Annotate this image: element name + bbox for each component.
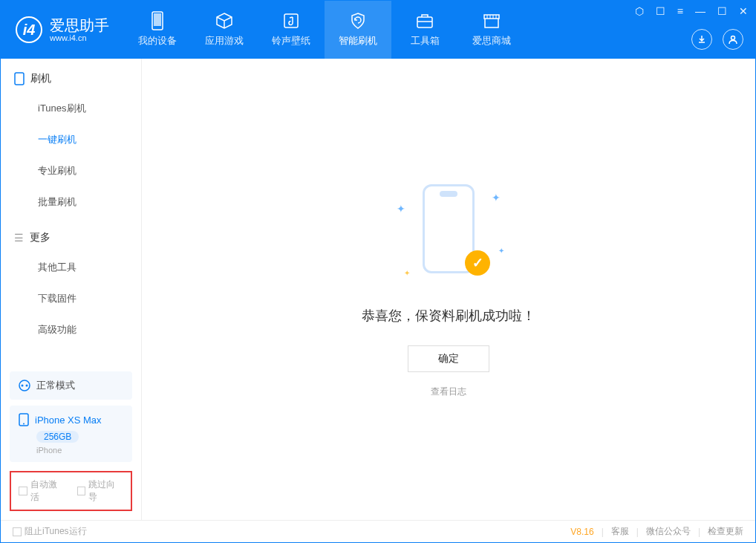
svg-rect-5 bbox=[15, 73, 24, 85]
more-lines-icon: ☰ bbox=[14, 232, 24, 244]
checkbox-auto-activate[interactable]: 自动激活 bbox=[19, 478, 65, 504]
menu-icon[interactable]: ≡ bbox=[676, 4, 685, 19]
device-phone-icon bbox=[19, 413, 29, 426]
link-check-update[interactable]: 检查更新 bbox=[708, 525, 743, 538]
logo-icon: i4 bbox=[16, 16, 42, 43]
download-button[interactable] bbox=[691, 29, 712, 50]
tab-label: 我的设备 bbox=[138, 34, 177, 48]
music-note-icon bbox=[282, 12, 300, 30]
main-area: 刷机 iTunes刷机 一键刷机 专业刷机 批量刷机 ☰ 更多 其他工具 下载固… bbox=[1, 59, 755, 520]
checkbox-label: 阻止iTunes运行 bbox=[25, 525, 87, 538]
version-label: V8.16 bbox=[570, 527, 593, 537]
sparkle-icon: ✦ bbox=[492, 192, 501, 204]
top-tabs: 我的设备 应用游戏 铃声壁纸 智能刷机 工具箱 爱思商城 bbox=[124, 1, 525, 59]
phone-outline-icon bbox=[14, 72, 25, 85]
user-button[interactable] bbox=[723, 29, 743, 50]
maximize-button[interactable]: ☐ bbox=[716, 4, 729, 19]
link-support[interactable]: 客服 bbox=[611, 525, 629, 538]
user-icon bbox=[728, 34, 738, 45]
svg-rect-3 bbox=[417, 17, 432, 27]
checkbox-icon bbox=[13, 527, 22, 536]
sidebar-item-batch-flash[interactable]: 批量刷机 bbox=[1, 186, 141, 218]
content-area: ✓ ✦ ✦ ✦ ✦ 恭喜您，保资料刷机成功啦！ 确定 查看日志 bbox=[142, 59, 755, 520]
sidebar-item-advanced[interactable]: 高级功能 bbox=[1, 314, 141, 345]
phone-icon bbox=[149, 12, 166, 30]
tab-label: 应用游戏 bbox=[205, 34, 244, 48]
svg-rect-1 bbox=[154, 13, 161, 26]
svg-point-4 bbox=[731, 36, 735, 40]
minimize-button[interactable]: — bbox=[694, 4, 707, 19]
sidebar-item-download-firmware[interactable]: 下载固件 bbox=[1, 283, 141, 314]
link-wechat[interactable]: 微信公众号 bbox=[646, 525, 691, 538]
checkbox-row-highlighted: 自动激活 跳过向导 bbox=[10, 471, 132, 511]
close-button[interactable]: ✕ bbox=[737, 4, 749, 19]
tab-label: 爱思商城 bbox=[472, 34, 511, 48]
app-title-cn: 爱思助手 bbox=[50, 17, 109, 33]
sidebar: 刷机 iTunes刷机 一键刷机 专业刷机 批量刷机 ☰ 更多 其他工具 下载固… bbox=[1, 59, 142, 520]
divider: | bbox=[602, 527, 604, 537]
sparkle-icon: ✦ bbox=[498, 247, 504, 255]
device-capacity-badge: 256GB bbox=[36, 431, 79, 443]
sync-icon bbox=[19, 380, 30, 391]
checkbox-block-itunes[interactable]: 阻止iTunes运行 bbox=[13, 525, 87, 538]
tab-label: 铃声壁纸 bbox=[272, 34, 310, 48]
svg-rect-2 bbox=[284, 14, 298, 27]
shield-refresh-icon bbox=[349, 12, 367, 30]
svg-point-7 bbox=[22, 385, 24, 387]
section-title-label: 刷机 bbox=[30, 72, 51, 85]
app-title-en: www.i4.cn bbox=[50, 33, 109, 42]
sidebar-item-pro-flash[interactable]: 专业刷机 bbox=[1, 155, 141, 186]
cube-icon bbox=[215, 12, 233, 30]
divider: | bbox=[698, 527, 700, 537]
checkbox-label: 自动激活 bbox=[30, 478, 65, 504]
tab-label: 工具箱 bbox=[411, 34, 440, 48]
sidebar-item-oneclick-flash[interactable]: 一键刷机 bbox=[1, 124, 141, 155]
success-message: 恭喜您，保资料刷机成功啦！ bbox=[362, 307, 535, 325]
view-log-link[interactable]: 查看日志 bbox=[431, 386, 466, 398]
app-title-block: 爱思助手 www.i4.cn bbox=[50, 17, 109, 42]
tab-smart-flash[interactable]: 智能刷机 bbox=[325, 1, 391, 59]
titlebar: i4 爱思助手 www.i4.cn 我的设备 应用游戏 铃声壁纸 智能刷机 工具… bbox=[1, 1, 755, 59]
mode-box[interactable]: 正常模式 bbox=[10, 371, 132, 400]
tab-my-device[interactable]: 我的设备 bbox=[124, 1, 191, 59]
shirt-icon[interactable]: ⬡ bbox=[633, 4, 645, 19]
tab-apps-games[interactable]: 应用游戏 bbox=[191, 1, 258, 59]
checkbox-icon bbox=[77, 487, 86, 495]
titlebar-right-actions bbox=[691, 29, 743, 50]
svg-point-6 bbox=[19, 380, 30, 391]
section-title-label: 更多 bbox=[30, 231, 50, 244]
svg-point-8 bbox=[26, 385, 28, 387]
device-type-label: iPhone bbox=[36, 446, 123, 455]
checkbox-icon bbox=[19, 487, 27, 495]
sidebar-section-flash: 刷机 bbox=[1, 59, 141, 93]
statusbar: 阻止iTunes运行 V8.16 | 客服 | 微信公众号 | 检查更新 bbox=[1, 520, 755, 542]
divider: | bbox=[636, 527, 639, 537]
success-illustration: ✓ ✦ ✦ ✦ ✦ bbox=[411, 181, 486, 284]
confirm-button[interactable]: 确定 bbox=[408, 345, 489, 372]
feedback-icon[interactable]: ☐ bbox=[654, 4, 667, 19]
sparkle-icon: ✦ bbox=[404, 269, 410, 277]
tab-store[interactable]: 爱思商城 bbox=[458, 1, 525, 59]
mode-label: 正常模式 bbox=[36, 379, 75, 392]
device-name-label: iPhone XS Max bbox=[35, 414, 102, 426]
store-icon bbox=[483, 12, 501, 30]
sidebar-item-itunes-flash[interactable]: iTunes刷机 bbox=[1, 93, 141, 124]
logo-area: i4 爱思助手 www.i4.cn bbox=[1, 1, 124, 59]
sidebar-section-more: ☰ 更多 bbox=[1, 218, 141, 252]
briefcase-icon bbox=[416, 12, 434, 30]
checkmark-badge-icon: ✓ bbox=[465, 250, 490, 276]
download-icon bbox=[697, 34, 707, 45]
sidebar-bottom: 正常模式 iPhone XS Max 256GB iPhone 自动激活 跳过向… bbox=[1, 365, 141, 520]
checkbox-label: 跳过向导 bbox=[88, 478, 123, 504]
sparkle-icon: ✦ bbox=[397, 203, 405, 215]
tab-toolbox[interactable]: 工具箱 bbox=[391, 1, 458, 59]
checkbox-skip-guide[interactable]: 跳过向导 bbox=[77, 478, 124, 504]
svg-point-10 bbox=[23, 423, 25, 425]
tab-label: 智能刷机 bbox=[339, 34, 377, 48]
window-controls: ⬡ ☐ ≡ — ☐ ✕ bbox=[633, 4, 749, 19]
tab-ringtones-wallpaper[interactable]: 铃声壁纸 bbox=[258, 1, 325, 59]
device-box[interactable]: iPhone XS Max 256GB iPhone bbox=[10, 406, 132, 462]
sidebar-item-other-tools[interactable]: 其他工具 bbox=[1, 252, 141, 283]
